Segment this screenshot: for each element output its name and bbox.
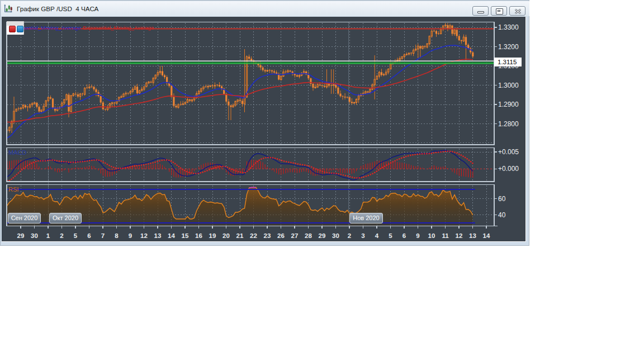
- svg-text:60: 60: [498, 195, 506, 203]
- svg-text:9: 9: [129, 232, 132, 239]
- svg-text:1.3200: 1.3200: [498, 43, 519, 51]
- svg-text:7: 7: [101, 232, 105, 239]
- svg-text:12: 12: [456, 232, 463, 239]
- svg-text:RSI: RSI: [8, 186, 18, 193]
- svg-text:9: 9: [416, 232, 419, 239]
- svg-text:14: 14: [168, 232, 175, 239]
- svg-text:20: 20: [222, 232, 230, 239]
- svg-text:19: 19: [209, 232, 216, 239]
- svg-text:13: 13: [154, 232, 162, 239]
- svg-text:2: 2: [60, 232, 63, 239]
- svg-text:3: 3: [361, 232, 364, 239]
- svg-text:26: 26: [277, 232, 285, 239]
- svg-text:29: 29: [319, 232, 326, 239]
- svg-text:12: 12: [140, 232, 148, 239]
- svg-text:5: 5: [74, 232, 78, 239]
- svg-text:6: 6: [402, 232, 406, 239]
- svg-text:1.2900: 1.2900: [498, 101, 519, 108]
- svg-text:+0.005: +0.005: [498, 148, 519, 156]
- svg-text:1: 1: [46, 232, 50, 239]
- svg-text:8: 8: [115, 232, 119, 239]
- svg-text:30: 30: [31, 232, 38, 239]
- svg-text:Exponential_Moving_Average Exp: Exponential_Moving_Average Exponential_M…: [10, 25, 154, 31]
- svg-text:21: 21: [236, 232, 244, 239]
- svg-text:+0.000: +0.000: [498, 165, 519, 173]
- svg-text:1.2800: 1.2800: [498, 120, 519, 128]
- svg-text:10: 10: [428, 232, 435, 239]
- svg-text:16: 16: [195, 232, 202, 239]
- svg-text:6: 6: [87, 232, 91, 239]
- svg-text:23: 23: [264, 232, 271, 239]
- svg-text:14: 14: [483, 232, 490, 239]
- svg-text:22: 22: [250, 232, 257, 239]
- svg-text:2: 2: [348, 232, 351, 239]
- svg-text:15: 15: [182, 232, 189, 239]
- svg-text:30: 30: [332, 232, 339, 239]
- svg-text:28: 28: [305, 232, 312, 239]
- svg-text:13: 13: [469, 232, 476, 239]
- svg-text:MACD: MACD: [8, 149, 26, 156]
- svg-text:40: 40: [498, 211, 506, 219]
- svg-text:29: 29: [17, 232, 25, 239]
- svg-text:1.3000: 1.3000: [498, 82, 519, 89]
- svg-text:1.3300: 1.3300: [498, 23, 519, 31]
- svg-text:5: 5: [389, 232, 392, 239]
- svg-text:4: 4: [375, 232, 379, 239]
- svg-text:27: 27: [291, 232, 299, 239]
- svg-text:11: 11: [442, 232, 449, 239]
